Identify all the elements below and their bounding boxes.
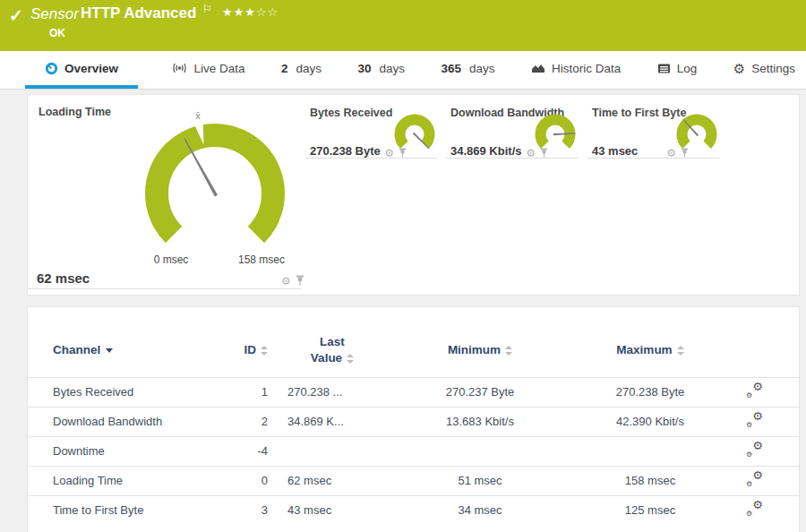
channel-settings-gears-icon[interactable]: ⚙⚙ — [746, 383, 763, 399]
gauge-arc — [157, 135, 273, 235]
channel-maximum: 125 msec — [565, 495, 735, 525]
primary-gauge-panel: Loading Time x̄ 0 msec 158 msec 62 msec … — [28, 95, 301, 289]
status-ok-check-icon: ✓ — [9, 5, 23, 26]
secondary-gauge-panel: Bytes Received 270.238 Byte ⚙ — [305, 95, 437, 159]
gauge-settings-gear-icon[interactable]: ⚙ — [526, 148, 536, 159]
broadcast-icon — [171, 62, 188, 74]
tab-settings[interactable]: ⚙ Settings — [730, 51, 799, 89]
channel-maximum: 42.390 Kbit/s — [565, 407, 735, 436]
tab-30-days[interactable]: 30 days — [355, 51, 409, 89]
channel-maximum — [565, 436, 735, 466]
table-row: Loading Time 0 62 msec 51 msec 158 msec … — [28, 466, 801, 495]
log-list-icon — [657, 63, 671, 74]
table-row: Bytes Received 1 270.238 ... 270.237 Byt… — [28, 377, 801, 407]
channel-maximum: 270.238 Byte — [565, 377, 735, 407]
sort-icon — [677, 346, 684, 356]
tab-label: days — [380, 62, 406, 75]
gauge-scale-max: 158 msec — [238, 253, 285, 266]
channel-id: 3 — [234, 495, 270, 525]
channel-id: 2 — [234, 407, 270, 436]
table-row: Time to First Byte 3 43 msec 34 msec 125… — [28, 495, 801, 525]
column-label: Value — [311, 351, 342, 365]
pin-icon[interactable] — [540, 145, 548, 161]
gauge-title: Loading Time — [39, 106, 111, 118]
gauge-footer-icons: ⚙ — [526, 145, 548, 161]
channel-minimum: 270.237 Byte — [395, 377, 565, 407]
secondary-gauge-panel: Download Bandwidth 34.869 Kbit/s ⚙ — [446, 95, 579, 159]
channels-table: Channel ID Last Value Minimum Maximum — [28, 307, 801, 525]
column-header-id[interactable]: ID — [234, 307, 270, 377]
tab-number: 365 — [442, 62, 462, 75]
column-header-maximum[interactable]: Maximum — [565, 307, 735, 377]
gauge-footer-icons: ⚙ — [666, 145, 689, 161]
channel-settings-gears-icon[interactable]: ⚙⚙ — [746, 413, 763, 428]
channel-last-value: 34.869 K... — [270, 407, 395, 436]
column-label: Maximum — [616, 343, 672, 356]
tab-label: Log — [677, 62, 698, 75]
tab-bar: Overview Live Data 2 days 30 days 365 da… — [0, 51, 806, 90]
gauge-title: Bytes Received — [310, 107, 392, 119]
channel-last-value: 270.238 ... — [270, 377, 395, 407]
channel-id: 1 — [234, 377, 270, 407]
pin-icon[interactable] — [681, 145, 689, 161]
channel-minimum — [395, 436, 565, 466]
channel-name: Time to First Byte — [28, 495, 234, 525]
column-label: Channel — [53, 343, 100, 356]
loading-time-gauge: x̄ 0 msec 158 msec — [121, 108, 309, 270]
tab-number: 30 — [358, 62, 372, 75]
channel-name: Download Bandwidth — [28, 407, 234, 436]
tab-365-days[interactable]: 365 days — [438, 51, 499, 89]
sensor-header: ✓ Sensor HTTP Advanced ⚐ ★★★☆☆ OK — [0, 0, 806, 51]
channel-minimum: 51 msec — [395, 466, 565, 495]
column-header-minimum[interactable]: Minimum — [395, 307, 565, 377]
priority-stars[interactable]: ★★★☆☆ — [222, 5, 279, 19]
channel-minimum: 13.683 Kbit/s — [395, 407, 565, 436]
channel-settings-gears-icon[interactable]: ⚙⚙ — [746, 472, 763, 487]
pin-icon[interactable] — [296, 273, 304, 289]
channel-maximum: 158 msec — [565, 466, 735, 495]
sort-icon — [261, 346, 268, 356]
table-row: Downtime -4 ⚙⚙ — [28, 436, 801, 466]
tab-number: 2 — [281, 62, 288, 75]
column-label: Minimum — [448, 343, 501, 356]
channel-last-value: 43 msec — [270, 495, 395, 525]
gauge-footer-icons: ⚙ — [384, 145, 407, 161]
sensor-title: HTTP Advanced — [81, 4, 196, 22]
sort-descending-icon — [106, 348, 113, 353]
tab-2-days[interactable]: 2 days — [278, 51, 325, 89]
area-chart-icon — [531, 62, 545, 74]
pin-icon[interactable] — [399, 145, 407, 161]
tab-label: days — [296, 62, 322, 75]
channel-settings-gears-icon[interactable]: ⚙⚙ — [746, 442, 763, 458]
status-badge: OK — [49, 27, 65, 39]
channel-name: Loading Time — [28, 466, 234, 495]
table-header-row: Channel ID Last Value Minimum Maximum — [28, 307, 801, 377]
tab-historic-data[interactable]: Historic Data — [527, 51, 624, 89]
tab-log[interactable]: Log — [654, 51, 701, 89]
gauge-value: 43 msec — [592, 144, 638, 158]
tab-label: days — [469, 62, 495, 75]
average-marker-label: x̄ — [195, 110, 201, 121]
gauge-settings-gear-icon[interactable]: ⚙ — [666, 148, 676, 159]
tab-label: Live Data — [194, 62, 245, 75]
column-label: ID — [244, 343, 257, 356]
tab-label: Historic Data — [552, 62, 621, 75]
secondary-gauge-panel: Time to First Byte 43 msec ⚙ — [587, 95, 719, 159]
channel-minimum: 34 msec — [395, 495, 565, 525]
channels-table-panel: Channel ID Last Value Minimum Maximum — [27, 306, 800, 532]
tab-label: Settings — [751, 62, 795, 75]
tab-overview[interactable]: Overview — [25, 51, 138, 89]
channel-name: Bytes Received — [28, 377, 234, 407]
gauge-settings-gear-icon[interactable]: ⚙ — [281, 276, 291, 287]
channel-id: 0 — [234, 466, 270, 495]
gauges-panel: Loading Time x̄ 0 msec 158 msec 62 msec … — [27, 94, 800, 296]
gauge-value: 270.238 Byte — [310, 144, 381, 158]
column-header-last-value[interactable]: Last Value — [270, 307, 395, 377]
tab-live-data[interactable]: Live Data — [167, 51, 249, 89]
gauge-settings-gear-icon[interactable]: ⚙ — [384, 148, 394, 159]
column-header-channel[interactable]: Channel — [28, 307, 234, 377]
flag-icon: ⚐ — [202, 3, 212, 15]
channel-settings-gears-icon[interactable]: ⚙⚙ — [746, 502, 763, 517]
column-header-actions — [735, 307, 801, 377]
gauge-value: 62 msec — [37, 270, 90, 286]
